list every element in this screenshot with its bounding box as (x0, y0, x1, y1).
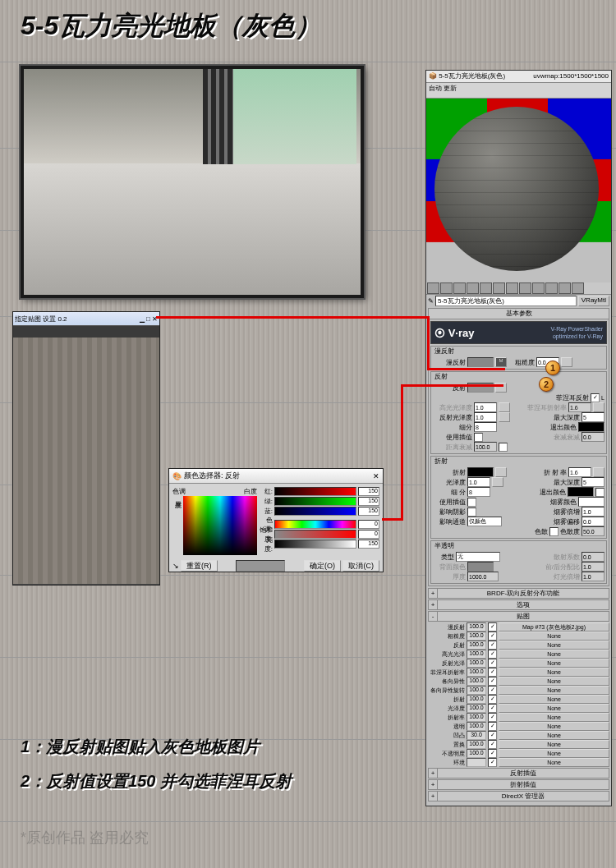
v-value[interactable]: 150 (358, 540, 379, 549)
max-depth-spinner[interactable]: 5 (582, 412, 605, 422)
close-icon[interactable]: ✕ (373, 472, 379, 480)
reset-button[interactable]: 重置(R) (181, 560, 218, 572)
dim-dist-checkbox[interactable] (499, 443, 508, 452)
tool-icon[interactable] (427, 282, 439, 294)
tool-icon[interactable] (440, 282, 453, 294)
color-picker-window[interactable]: 🎨 颜色选择器: 反射 ✕ 色调 白度 黑度 红:150 绿:150 蓝:150… (168, 468, 384, 572)
tool-icon[interactable] (545, 282, 558, 294)
v-slider[interactable] (274, 540, 356, 549)
material-editor-panel[interactable]: 📦 5-5瓦力亮光地板(灰色) uvwmap:1500*1500*1500 自动… (425, 70, 612, 806)
refract-swatch[interactable] (467, 467, 494, 477)
bitmap-titlebar[interactable]: 指定贴图 设置 0.2▁ □ ✕ (13, 312, 159, 325)
diffuse-group: 漫反射 漫反射 M 粗糙度 0.0 (430, 346, 607, 370)
picker-icon[interactable]: ✎ (428, 297, 434, 305)
tool-icon[interactable] (467, 282, 479, 294)
material-type-button[interactable]: VRayMtl (578, 296, 609, 306)
refract-map-button[interactable] (495, 467, 507, 477)
s-slider[interactable] (274, 530, 356, 539)
b-value[interactable]: 150 (358, 507, 379, 516)
map-row: 菲涅耳折射率100.0✓None (428, 668, 609, 677)
r-slider[interactable] (274, 487, 356, 496)
bitmap-toolbar[interactable] (13, 325, 159, 338)
white-label: 白度 (244, 487, 257, 496)
map-slot-button[interactable]: Map #73 (灰色地板2.jpg) (499, 622, 609, 631)
s-value[interactable]: 0 (358, 530, 379, 539)
map-slot-button[interactable]: None (499, 668, 609, 677)
tool-icon[interactable] (532, 282, 545, 294)
fresnel-ior-map-button[interactable] (593, 402, 605, 412)
g-slider[interactable] (274, 497, 356, 506)
map-row: 折射100.0✓None (428, 695, 609, 704)
map-slot-button[interactable]: None (499, 641, 609, 650)
tool-icon[interactable] (572, 282, 584, 294)
bitmap-window[interactable]: 指定贴图 设置 0.2▁ □ ✕ (12, 311, 160, 586)
palette-icon: 🎨 (172, 472, 182, 480)
cancel-button[interactable]: 取消(C) (342, 560, 379, 572)
ior-spinner[interactable]: 1.6 (568, 467, 591, 477)
map-slot-button[interactable]: None (499, 695, 609, 704)
map-slot-button[interactable]: None (499, 650, 609, 659)
tool-icon[interactable] (559, 282, 571, 294)
fresnel-checkbox[interactable]: ✓ (591, 393, 600, 402)
hue-picker[interactable] (183, 496, 257, 555)
g-value[interactable]: 150 (358, 497, 379, 506)
basic-params-section: 基本参数 ⦿ V·ray V-Ray PowerShaderoptimized … (428, 308, 609, 586)
color-picker-titlebar[interactable]: 🎨 颜色选择器: 反射 ✕ (169, 469, 383, 484)
ok-button[interactable]: 确定(O) (304, 560, 341, 572)
map-row: 各向异性100.0✓None (428, 677, 609, 686)
tool-icon[interactable] (453, 282, 466, 294)
map-row: 凹凸30.0✓None (428, 731, 609, 740)
tool-icon[interactable] (493, 282, 505, 294)
b-slider[interactable] (274, 507, 356, 516)
map-slot-button[interactable]: None (499, 722, 609, 731)
map-slot-button[interactable]: None (499, 749, 609, 758)
refr-glossy-spinner[interactable]: 1.0 (467, 477, 490, 487)
map-slot-button[interactable]: None (499, 740, 609, 749)
hilight-spinner[interactable]: 1.0 (474, 402, 497, 412)
diffuse-map-button[interactable]: M (495, 357, 507, 367)
map-slot-button[interactable]: None (499, 731, 609, 740)
h-slider[interactable] (274, 520, 356, 529)
refract-group: 折射 折射折 射 率1.6 光泽度1.0最大深度5 细 分8退出颜色 使用插值烟… (430, 456, 607, 539)
map-row: 反射100.0✓None (428, 641, 609, 650)
black-label: 黑度 (172, 496, 182, 555)
fresnel-ior-spinner[interactable]: 1.6 (568, 402, 591, 412)
maps-rollout[interactable]: -贴图 (428, 611, 609, 622)
hilight-map-button[interactable] (499, 402, 510, 412)
r-value[interactable]: 150 (358, 487, 379, 496)
tool-icon[interactable] (506, 282, 518, 294)
map-slot-button[interactable]: None (499, 758, 609, 767)
roughness-map-button[interactable] (561, 357, 572, 367)
map-slot-button[interactable]: None (499, 659, 609, 668)
map-slot-button[interactable]: None (499, 631, 609, 641)
options-rollout[interactable]: +选项 (428, 599, 609, 610)
material-name-field[interactable]: 5-5瓦力亮光地板(灰色) (435, 296, 577, 306)
material-editor-menu[interactable]: 自动 更新 (426, 83, 611, 99)
map-slot-button[interactable]: None (499, 686, 609, 695)
exit-color-swatch[interactable] (578, 422, 605, 432)
map-row: 粗糙度100.0✓None (428, 631, 609, 641)
dim-dist-spinner[interactable]: 100.0 (474, 442, 497, 452)
map-row: 光泽度100.0✓None (428, 704, 609, 713)
refl-interp-rollout[interactable]: +反射插值 (428, 768, 609, 778)
material-toolbar-row[interactable] (426, 282, 611, 295)
vray-logo: ⦿ V·ray V-Ray PowerShaderoptimized for V… (430, 321, 607, 344)
use-interp-checkbox[interactable] (474, 433, 483, 442)
brdf-rollout[interactable]: +BRDF-双向反射分布功能 (428, 588, 609, 599)
map-slot-button[interactable]: None (499, 713, 609, 722)
material-preview-sphere[interactable] (426, 99, 611, 282)
tool-icon[interactable] (519, 282, 531, 294)
material-editor-titlebar[interactable]: 📦 5-5瓦力亮光地板(灰色) uvwmap:1500*1500*1500 (426, 71, 611, 83)
map-slot-button[interactable]: None (499, 677, 609, 686)
refl-glossy-spinner[interactable]: 1.0 (474, 412, 497, 422)
refl-glossy-map-button[interactable] (499, 412, 510, 422)
diffuse-swatch[interactable] (467, 357, 494, 367)
subdiv-spinner[interactable]: 8 (474, 422, 497, 432)
map-slot-button[interactable]: None (499, 704, 609, 713)
tool-icon[interactable] (480, 282, 492, 294)
h-value[interactable]: 0 (358, 520, 379, 529)
refr-interp-rollout[interactable]: +折射插值 (428, 779, 609, 790)
map-row: 透明100.0✓None (428, 722, 609, 731)
directx-rollout[interactable]: +DirectX 管理器 (428, 791, 609, 801)
dim-falloff-spinner[interactable]: 0.0 (582, 432, 605, 442)
